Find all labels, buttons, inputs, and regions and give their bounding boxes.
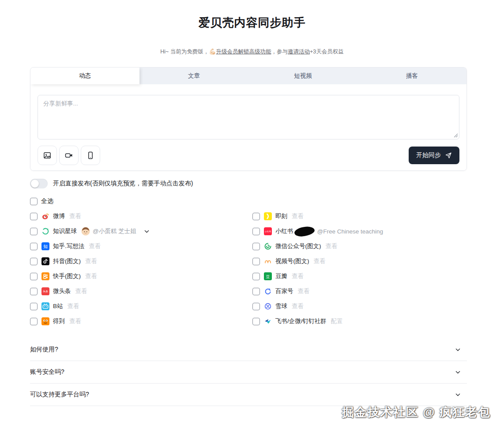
subtitle-text-suffix: +3天会员权益 (310, 49, 344, 55)
select-all-row: 全选 (30, 197, 467, 205)
zhishixingqiu-icon (41, 227, 49, 235)
upgrade-membership-link[interactable]: 升级会员解锁高级功能 (216, 49, 271, 55)
mobile-preview-button[interactable] (81, 146, 100, 165)
platform-name: 得到 (53, 317, 65, 325)
douban-checkbox[interactable] (252, 273, 260, 280)
platform-name: 百家号 (275, 287, 293, 295)
subtitle: Hi~ 当前为免费版，💪🏻升级会员解锁高级功能，参与邀请活动+3天会员权益 (0, 48, 504, 56)
platform-name: 雪球 (275, 302, 287, 310)
view-link[interactable]: 查看 (298, 287, 310, 295)
svg-text:头条: 头条 (43, 290, 48, 293)
weitoutiao-checkbox[interactable] (30, 288, 38, 295)
view-link[interactable]: 查看 (85, 272, 97, 280)
view-link[interactable]: 查看 (89, 242, 101, 250)
xueqiu-icon (264, 302, 272, 310)
view-link[interactable]: 查看 (69, 317, 81, 325)
account-name: @Free Chinese teaching (317, 228, 384, 235)
kuaishou-checkbox[interactable] (30, 273, 38, 280)
shipinhao-checkbox[interactable] (252, 258, 260, 265)
view-link[interactable]: 查看 (68, 302, 79, 310)
xiaohongshu-checkbox[interactable] (252, 228, 260, 235)
platform-name: 即刻 (275, 212, 287, 220)
view-link[interactable]: 查看 (85, 257, 97, 265)
platform-grid: 微博查看知识星球@小蛋糕 芝士姐知知乎.写想法查看抖音(图文)查看快手(图文)查… (30, 209, 467, 329)
wechat-mp-checkbox[interactable] (252, 243, 260, 250)
baijiahao-checkbox[interactable] (252, 288, 260, 295)
faq-item-more-platforms[interactable]: 可以支持更多平台吗? (30, 384, 467, 406)
wechat-mp-icon (264, 242, 272, 250)
feishu-checkbox[interactable] (252, 318, 260, 325)
platform-name: 知识星球 (53, 227, 77, 235)
platform-name: B站 (53, 302, 63, 310)
weitoutiao-icon: 头条 (41, 287, 49, 295)
composer-card: 动态文章短视频播客 开始同步 (30, 67, 467, 171)
platform-name: 微信公众号(图文) (275, 242, 321, 250)
select-all-checkbox[interactable] (30, 198, 38, 205)
start-sync-button[interactable]: 开始同步 (409, 147, 459, 164)
view-link[interactable]: 查看 (314, 257, 326, 265)
view-link[interactable]: 查看 (69, 212, 81, 220)
start-sync-label: 开始同步 (416, 151, 441, 159)
chevron-down-icon (455, 347, 461, 353)
weibo-checkbox[interactable] (30, 213, 38, 220)
faq-item-account-safety[interactable]: 账号安全吗? (30, 361, 467, 384)
chevron-down-icon[interactable] (144, 229, 150, 234)
tab-dynamic[interactable]: 动态 (30, 68, 139, 84)
dedao-checkbox[interactable] (30, 318, 38, 325)
platform-row-xueqiu: 雪球查看 (252, 299, 467, 314)
view-link[interactable]: 查看 (292, 272, 304, 280)
platform-row-jike: 即刻查看 (252, 209, 467, 224)
tab-podcast[interactable]: 播客 (357, 68, 466, 84)
platform-row-weibo: 微博查看 (30, 209, 252, 224)
configure-link[interactable]: 配置 (331, 317, 343, 325)
faq-item-how-to-use[interactable]: 如何使用? (30, 339, 467, 361)
video-icon (64, 151, 73, 160)
svg-text:知: 知 (43, 244, 48, 249)
subtitle-text-middle: ，参与 (271, 49, 288, 55)
weibo-icon (41, 212, 49, 220)
douyin-checkbox[interactable] (30, 258, 38, 265)
jike-icon (264, 212, 272, 220)
platform-column-left: 微博查看知识星球@小蛋糕 芝士姐知知乎.写想法查看抖音(图文)查看快手(图文)查… (30, 209, 252, 329)
platform-row-weitoutiao: 头条微头条查看 (30, 284, 252, 299)
platform-name: 视频号(图文) (275, 257, 309, 265)
platform-row-xiaohongshu: 小红书小红书@Free Chinese teaching (252, 224, 467, 239)
zhihu-checkbox[interactable] (30, 243, 38, 250)
direct-publish-label: 开启直接发布(否则仅填充预览，需要手动点击发布) (53, 180, 193, 188)
faq-question: 账号安全吗? (30, 368, 64, 376)
resize-handle-icon[interactable] (453, 133, 458, 138)
view-link[interactable]: 查看 (326, 242, 338, 250)
composer-tools (38, 146, 100, 165)
invite-activity-link[interactable]: 邀请活动 (288, 49, 310, 55)
tab-short-video[interactable]: 短视频 (248, 68, 357, 84)
feishu-icon (264, 317, 272, 325)
image-upload-button[interactable] (38, 146, 57, 165)
platform-column-right: 即刻查看小红书小红书@Free Chinese teaching微信公众号(图文… (252, 209, 467, 329)
tab-article[interactable]: 文章 (139, 68, 248, 84)
platform-name: 微博 (53, 212, 65, 220)
baijiahao-icon (264, 287, 272, 295)
jike-checkbox[interactable] (252, 213, 260, 220)
view-link[interactable]: 查看 (292, 302, 304, 310)
post-content-textarea[interactable] (38, 95, 459, 139)
platform-name: 快手(图文) (53, 272, 81, 280)
view-link[interactable]: 查看 (75, 287, 87, 295)
xueqiu-checkbox[interactable] (252, 303, 260, 310)
toggle-knob (31, 180, 39, 188)
platform-row-douyin: 抖音(图文)查看 (30, 254, 252, 269)
bilibili-checkbox[interactable] (30, 303, 38, 310)
video-upload-button[interactable] (59, 146, 79, 165)
image-icon (43, 151, 52, 160)
bilibili-icon (41, 302, 49, 310)
tab-bar: 动态文章短视频播客 (30, 68, 466, 84)
direct-publish-toggle[interactable] (30, 179, 48, 188)
zhishixingqiu-checkbox[interactable] (30, 228, 38, 235)
watermark: 掘金技术社区 @ 疯狂老包 (342, 404, 491, 420)
faq-question: 可以支持更多平台吗? (30, 391, 89, 399)
chevron-down-icon (455, 392, 461, 398)
svg-text:小红书: 小红书 (265, 230, 271, 233)
platform-name: 豆瓣 (275, 272, 287, 280)
composer-panel: 开始同步 (30, 84, 466, 170)
view-link[interactable]: 查看 (292, 212, 304, 220)
platform-name: 抖音(图文) (53, 257, 81, 265)
